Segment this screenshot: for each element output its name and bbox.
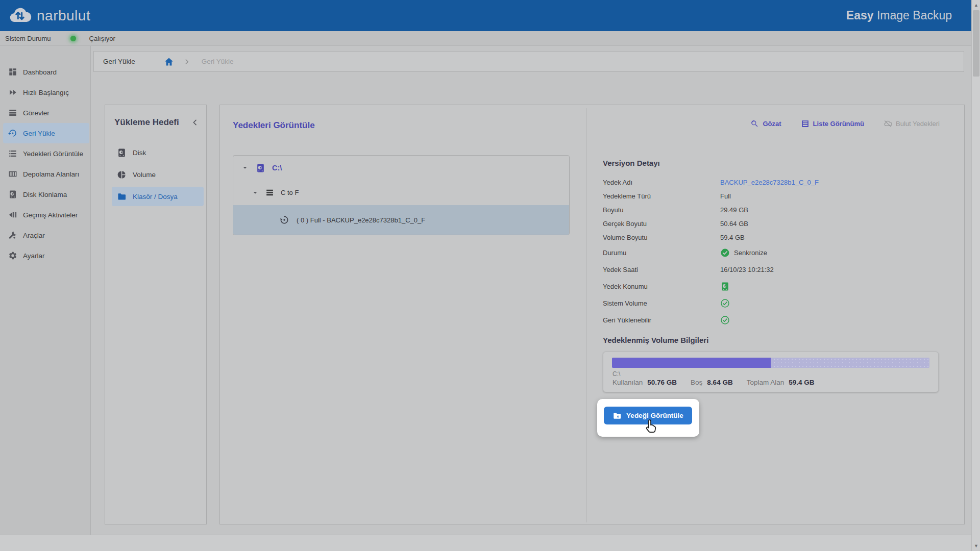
sidebar-item-label: Geçmiş Aktiviteler: [23, 211, 78, 219]
app-window: narbulut Easy Image Backup Sistem Durumu…: [0, 0, 980, 551]
restore-icon: [8, 129, 17, 138]
detail-row-backup-location: Yedek Konumu: [603, 278, 950, 295]
sidebar-item-history[interactable]: Geçmiş Aktiviteler: [3, 205, 89, 225]
target-item-folder-file[interactable]: Klasör / Dosya: [112, 187, 204, 206]
scrollbar-thumb[interactable]: [973, 10, 979, 77]
brand-name: narbulut: [37, 8, 90, 24]
page-title: Yedekleri Görüntüle: [233, 120, 315, 131]
view-backups-panel: Yedekleri Görüntüle Gözat Liste Görünümü…: [219, 105, 965, 524]
tree-node-child[interactable]: C to F: [233, 180, 569, 205]
wrench-icon: [8, 231, 17, 240]
search-icon: [750, 119, 759, 128]
task-list-icon: [8, 108, 17, 117]
tree-node-root[interactable]: C:\: [233, 156, 569, 180]
caret-down-icon[interactable]: [252, 189, 259, 196]
breadcrumb-current: Geri Yükle: [103, 58, 135, 65]
target-panel-title: Yükleme Hedefi: [114, 117, 179, 128]
task-list-icon: [265, 188, 274, 197]
sidebar-item-tools[interactable]: Araçlar: [3, 225, 89, 245]
sidebar-item-label: Araçlar: [23, 232, 45, 239]
browse-button[interactable]: Gözat: [750, 119, 781, 128]
gear-icon: [8, 251, 17, 260]
sidebar-item-label: Dashboard: [23, 68, 57, 76]
tree-node-version-selected[interactable]: ( 0 ) Full - BACKUP_e2e28c7328b1_C_0_F: [233, 205, 569, 235]
backup-name-link[interactable]: BACKUP_e2e28c7328b1_C_0_F: [720, 179, 819, 186]
product-title: Easy Image Backup: [846, 9, 952, 22]
hard-disk-icon: [256, 163, 265, 173]
backup-tree: C:\ C to F ( 0 ) Full - BACKUP_e2e28c732…: [233, 155, 570, 235]
detail-row-system-volume: Sistem Volume: [603, 295, 950, 312]
detail-row-backup-time: Yedek Saati 16/10/23 10:21:32: [603, 261, 950, 278]
free-value: 8.64 GB: [707, 379, 732, 386]
system-status-bar: Sistem Durumu Çalışıyor: [0, 31, 971, 46]
system-status-value: Çalışıyor: [89, 35, 115, 42]
hand-cursor: [642, 417, 659, 435]
collapse-panel-icon[interactable]: [191, 118, 199, 127]
folder-view-icon: [612, 411, 622, 420]
vertical-scrollbar[interactable]: ▲ ▼: [971, 0, 980, 551]
sidebar-item-label: Geri Yükle: [23, 130, 55, 137]
product-title-rest: Image Backup: [874, 9, 952, 22]
folder-icon: [117, 192, 127, 202]
home-icon[interactable]: [164, 57, 174, 67]
restore-target-panel: Yükleme Hedefi Disk Volume Klasör / Dosy…: [105, 105, 207, 524]
tree-child-label: C to F: [281, 189, 299, 196]
total-value: 59.4 GB: [789, 379, 814, 386]
hard-disk-icon: [117, 148, 127, 158]
breadcrumb-trail: Geri Yükle: [202, 58, 234, 65]
target-item-label: Volume: [133, 171, 156, 179]
status-running-dot: [70, 36, 76, 41]
check-outline-icon: [720, 315, 730, 325]
detail-row-volume-size: Volume Boyutu 59.4 GB: [603, 231, 950, 244]
sidebar-item-label: Depolama Alanları: [23, 170, 79, 178]
detail-row-backup-type: Yedekleme Türü Full: [603, 189, 950, 203]
browse-button-label: Gözat: [763, 120, 781, 128]
detail-row-restorable: Geri Yüklenebilir: [603, 312, 950, 329]
used-value: 50.76 GB: [647, 379, 677, 386]
disk-location-icon: [720, 282, 730, 291]
fast-forward-icon: [8, 88, 17, 97]
status-value: Senkronize: [734, 249, 767, 257]
cloud-backups-button[interactable]: Bulut Yedekleri: [884, 119, 940, 128]
app-header: narbulut Easy Image Backup: [0, 0, 971, 31]
target-item-label: Disk: [133, 149, 146, 157]
version-details: Versiyon Detayı Yedek Adı BACKUP_e2e28c7…: [603, 159, 950, 329]
detail-row-backup-name: Yedek Adı BACKUP_e2e28c7328b1_C_0_F: [603, 176, 950, 189]
rewind-icon: [8, 210, 17, 219]
hard-disk-icon: [8, 190, 17, 199]
target-item-label: Klasör / Dosya: [133, 193, 178, 201]
product-title-bold: Easy: [846, 9, 874, 22]
caret-down-icon[interactable]: [241, 164, 249, 171]
tree-version-label: ( 0 ) Full - BACKUP_e2e28c7328b1_C_0_F: [297, 216, 425, 224]
storage-icon: [8, 169, 17, 179]
sidebar-item-label: Ayarlar: [23, 252, 45, 260]
target-item-disk[interactable]: Disk: [112, 143, 204, 162]
sidebar-item-label: Yedekleri Görüntüle: [23, 150, 83, 158]
sidebar-item-view-backups[interactable]: Yedekleri Görüntüle: [3, 143, 89, 164]
sidebar-item-storage[interactable]: Depolama Alanları: [3, 164, 89, 184]
target-item-volume[interactable]: Volume: [112, 165, 204, 184]
sidebar-item-tasks[interactable]: Görevler: [3, 103, 89, 123]
scroll-down-arrow[interactable]: ▼: [972, 542, 980, 550]
sidebar-item-settings[interactable]: Ayarlar: [3, 245, 89, 266]
sidebar-item-disk-clone[interactable]: Disk Klonlama: [3, 184, 89, 205]
list-view-icon: [801, 119, 810, 128]
sidebar-item-restore[interactable]: Geri Yükle: [3, 123, 89, 143]
cloud-off-icon: [884, 119, 892, 128]
sidebar-item-quickstart[interactable]: Hızlı Başlangıç: [3, 82, 89, 103]
volume-used-fill: [612, 358, 771, 368]
sidebar-item-dashboard[interactable]: Dashboard: [3, 62, 89, 82]
volume-info-title: Yedeklenmiş Volume Bilgileri: [603, 336, 708, 344]
list-view-button[interactable]: Liste Görünümü: [801, 119, 864, 128]
narbulut-cloud-logo: [7, 5, 33, 27]
chevron-right-icon: [183, 58, 190, 65]
volume-name: C:\: [612, 370, 620, 378]
sidebar-item-label: Hızlı Başlangıç: [23, 89, 69, 96]
scroll-up-arrow[interactable]: ▲: [972, 1, 980, 9]
check-filled-icon: [720, 248, 730, 258]
sidebar-item-label: Görevler: [23, 109, 50, 117]
tree-root-label: C:\: [272, 164, 282, 172]
volume-info-card: C:\ Kullanılan 50.76 GB Boş 8.64 GB Topl…: [603, 352, 939, 392]
detail-row-real-size: Gerçek Boyutu 50.64 GB: [603, 217, 950, 231]
cloud-backups-button-label: Bulut Yedekleri: [896, 120, 940, 128]
